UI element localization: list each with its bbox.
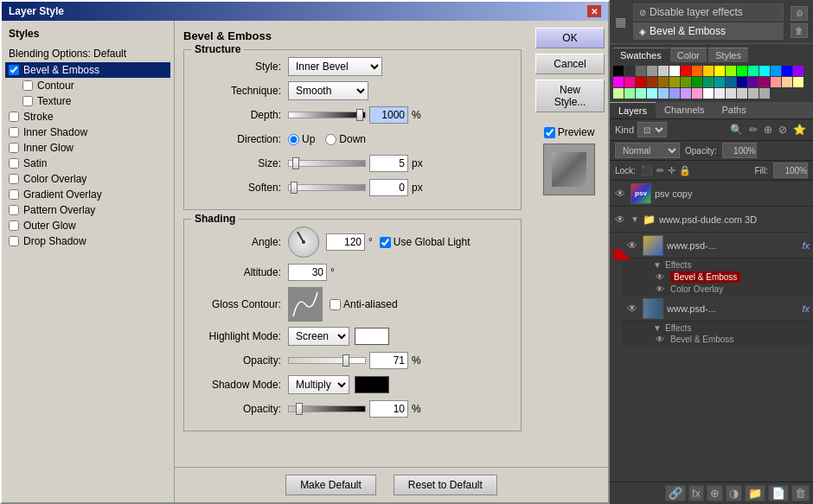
- swatch-cell[interactable]: [647, 77, 657, 87]
- layer-row-www-group[interactable]: 👁 ▼ 📁 www.psd-dude.com 3D: [610, 207, 813, 233]
- layers-icon-2[interactable]: ✏: [747, 123, 759, 137]
- swatch-cell[interactable]: [714, 77, 725, 87]
- drop-shadow-checkbox[interactable]: [9, 236, 19, 246]
- outer-glow-checkbox[interactable]: [9, 220, 19, 231]
- angle-input[interactable]: [326, 233, 365, 251]
- depth-slider[interactable]: [288, 112, 366, 118]
- eye-icon-bevel-2[interactable]: 👁: [653, 335, 667, 344]
- shadow-opacity-slider[interactable]: [288, 405, 366, 412]
- eye-icon-bevel-fx[interactable]: 👁: [653, 272, 667, 282]
- add-link-button[interactable]: 🔗: [665, 485, 686, 501]
- swatch-cell[interactable]: [647, 88, 657, 99]
- sidebar-item-drop-shadow[interactable]: Drop Shadow: [5, 233, 170, 249]
- layers-icon-3[interactable]: ⊕: [762, 123, 774, 137]
- swatch-cell[interactable]: [793, 77, 803, 87]
- style-select[interactable]: Inner Bevel Outer Bevel Emboss Pillow Em…: [288, 57, 382, 76]
- make-default-button[interactable]: Make Default: [285, 475, 376, 495]
- blend-mode-select[interactable]: Normal Multiply Screen: [615, 143, 680, 158]
- tab-styles[interactable]: Styles: [708, 48, 748, 62]
- highlight-opacity-input[interactable]: [369, 352, 408, 369]
- swatch-cell[interactable]: [703, 66, 714, 76]
- highlight-opacity-thumb[interactable]: [342, 354, 349, 367]
- sidebar-item-contour[interactable]: Contour: [5, 78, 170, 93]
- soften-input[interactable]: [369, 179, 408, 196]
- shadow-color-swatch[interactable]: [355, 376, 389, 393]
- inner-glow-checkbox[interactable]: [9, 143, 19, 153]
- swatch-cell[interactable]: [624, 77, 635, 87]
- expand-icon-www-group[interactable]: ▼: [631, 214, 639, 224]
- swatch-cell[interactable]: [669, 77, 680, 87]
- layer-row-psv-copy[interactable]: 👁 psv psv copy: [610, 181, 813, 207]
- size-slider-thumb[interactable]: [292, 157, 299, 169]
- sidebar-item-bevel-emboss[interactable]: Bevel & Emboss: [5, 62, 170, 78]
- fill-input[interactable]: [773, 163, 808, 178]
- swatch-cell[interactable]: [624, 66, 635, 76]
- shadow-mode-select[interactable]: Multiply Normal Screen: [288, 375, 349, 394]
- close-button[interactable]: ✕: [587, 5, 601, 17]
- shadow-opacity-input[interactable]: [369, 400, 408, 418]
- disable-layer-effects-item[interactable]: ⊘ Disable layer effects: [633, 3, 784, 21]
- gloss-contour-preview[interactable]: [288, 287, 323, 322]
- layer-row-www-fx-2[interactable]: 👁 www.psd-... fx: [622, 296, 813, 322]
- eye-icon-www-fx-2[interactable]: 👁: [625, 303, 639, 315]
- swatch-cell[interactable]: [669, 66, 680, 76]
- swatch-cell[interactable]: [636, 66, 646, 76]
- lock-position-icon[interactable]: ✛: [668, 165, 675, 176]
- gradient-overlay-checkbox[interactable]: [9, 189, 19, 200]
- swatch-cell[interactable]: [759, 77, 770, 87]
- sidebar-item-gradient-overlay[interactable]: Gradient Overlay: [5, 187, 170, 202]
- swatch-cell[interactable]: [613, 66, 624, 76]
- sidebar-item-inner-glow[interactable]: Inner Glow: [5, 140, 170, 156]
- lock-image-icon[interactable]: ✏: [656, 165, 664, 176]
- swatch-cell[interactable]: [613, 77, 624, 87]
- angle-dial[interactable]: [288, 226, 319, 258]
- tab-paths[interactable]: Paths: [714, 102, 755, 118]
- texture-checkbox[interactable]: [22, 96, 33, 106]
- preview-checkbox-label[interactable]: Preview: [544, 126, 595, 138]
- swatch-cell[interactable]: [658, 88, 669, 99]
- swatch-cell[interactable]: [748, 77, 759, 87]
- swatch-cell[interactable]: [737, 77, 747, 87]
- delete-layer-button[interactable]: 🗑: [791, 485, 810, 501]
- sidebar-item-outer-glow[interactable]: Outer Glow: [5, 218, 170, 233]
- swatch-cell[interactable]: [726, 66, 736, 76]
- eye-icon-www-fx[interactable]: 👁: [625, 239, 639, 252]
- add-mask-button[interactable]: ⊕: [707, 485, 723, 501]
- altitude-input[interactable]: [288, 264, 327, 281]
- add-adjustment-button[interactable]: ◑: [726, 485, 742, 501]
- layers-icon-5[interactable]: ⭐: [791, 123, 808, 137]
- anti-aliased-label[interactable]: Anti-aliased: [330, 298, 398, 310]
- swatch-cell[interactable]: [737, 88, 747, 99]
- highlight-color-swatch[interactable]: [355, 328, 389, 345]
- swatch-cell[interactable]: [759, 88, 770, 99]
- swatch-cell[interactable]: [748, 66, 759, 76]
- sidebar-item-inner-shadow[interactable]: Inner Shadow: [5, 124, 170, 140]
- satin-checkbox[interactable]: [9, 158, 19, 169]
- depth-input[interactable]: [369, 106, 408, 124]
- swatch-cell[interactable]: [692, 77, 702, 87]
- highlight-mode-select[interactable]: Screen Normal Multiply: [288, 327, 349, 346]
- effect-item-bevel[interactable]: 👁 Bevel & Emboss: [653, 271, 810, 284]
- swatch-cell[interactable]: [782, 77, 792, 87]
- anti-aliased-checkbox[interactable]: [330, 299, 341, 310]
- eye-icon-www-group[interactable]: 👁: [613, 214, 627, 226]
- swatch-cell[interactable]: [669, 88, 680, 99]
- swatch-cell[interactable]: [759, 66, 770, 76]
- kind-select[interactable]: ⊡: [637, 122, 667, 137]
- direction-down-radio[interactable]: Down: [325, 133, 366, 145]
- direction-up-radio[interactable]: Up: [288, 133, 315, 145]
- inner-shadow-checkbox[interactable]: [9, 127, 19, 137]
- layer-row-www-fx[interactable]: 👁 www.psd-... fx: [622, 233, 813, 258]
- eye-icon-psv[interactable]: 👁: [613, 188, 627, 200]
- tab-swatches[interactable]: Swatches: [613, 48, 669, 62]
- add-style-button[interactable]: fx: [688, 485, 704, 501]
- layers-icon-4[interactable]: ⊘: [777, 123, 789, 137]
- soften-slider[interactable]: [288, 184, 366, 191]
- pattern-overlay-checkbox[interactable]: [9, 205, 19, 215]
- swatch-cell[interactable]: [771, 77, 781, 87]
- size-input[interactable]: [369, 155, 408, 172]
- swatch-cell[interactable]: [782, 66, 792, 76]
- eye-icon-color-overlay-fx[interactable]: 👁: [653, 284, 667, 294]
- reset-to-default-button[interactable]: Reset to Default: [394, 475, 497, 495]
- blending-options[interactable]: Blending Options: Default: [5, 45, 170, 62]
